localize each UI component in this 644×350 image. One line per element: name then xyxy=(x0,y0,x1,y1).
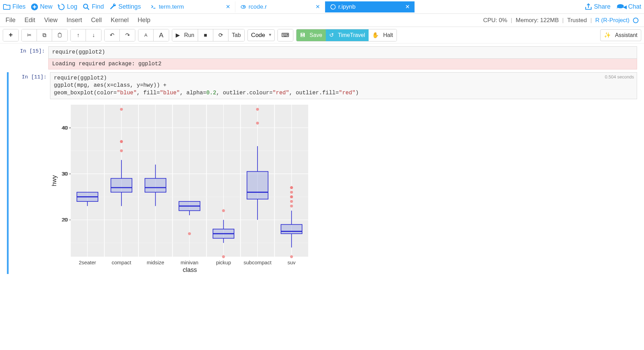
svg-point-50 xyxy=(222,209,225,212)
svg-point-35 xyxy=(120,108,123,111)
menu-cell[interactable]: Cell xyxy=(91,17,102,24)
menu-file[interactable]: File xyxy=(6,17,16,24)
log-button[interactable]: Log xyxy=(57,3,77,11)
cpu-status: CPU: 0% xyxy=(483,17,507,24)
tab-label: r.ipynb xyxy=(338,3,355,10)
tab-label: rcode.r xyxy=(248,3,267,10)
cell-type-select[interactable]: Code xyxy=(247,29,275,41)
hand-icon: ✋ xyxy=(372,32,379,38)
timetravel-button[interactable]: ↺ TimeTravel xyxy=(326,29,369,41)
settings-button[interactable]: Settings xyxy=(109,3,141,11)
notebook-icon xyxy=(330,4,336,10)
tab-term[interactable]: term.term ✕ xyxy=(146,1,235,12)
svg-text:class: class xyxy=(183,266,197,273)
tab-rcode[interactable]: R rcode.r ✕ xyxy=(235,1,325,12)
svg-text:-: - xyxy=(69,171,71,177)
code-cell[interactable]: In [15]: require(ggplot2) Loading requir… xyxy=(7,46,637,69)
play-icon: ▶ xyxy=(176,32,180,38)
trusted-status[interactable]: Trusted xyxy=(567,17,587,24)
folder-icon xyxy=(3,3,11,11)
move-up-button[interactable]: ↑ xyxy=(71,29,86,41)
menu-edit[interactable]: Edit xyxy=(25,17,35,24)
halt-label: Halt xyxy=(383,32,393,38)
topbar-left: Files New Log Find Settings xyxy=(3,3,141,11)
redo-button[interactable]: ↷ xyxy=(120,29,135,41)
svg-point-34 xyxy=(120,140,123,143)
caret-left-icon: ◂ xyxy=(623,2,627,11)
svg-text:R: R xyxy=(243,6,245,9)
svg-text:midsize: midsize xyxy=(147,259,164,265)
new-button[interactable]: New xyxy=(30,3,52,11)
save-label: Save xyxy=(310,32,322,38)
svg-point-66 xyxy=(290,191,293,194)
close-icon[interactable]: ✕ xyxy=(226,3,230,10)
svg-text:suv: suv xyxy=(287,259,296,265)
svg-text:subcompact: subcompact xyxy=(244,259,272,265)
cut-button[interactable]: ✂ xyxy=(22,29,37,41)
font-small-button[interactable]: A xyxy=(138,29,154,41)
chat-icon xyxy=(615,3,624,11)
close-icon[interactable]: ✕ xyxy=(315,3,320,10)
svg-point-56 xyxy=(256,108,259,111)
svg-text:minivan: minivan xyxy=(180,259,198,265)
toolbar: + ✂ ⧉ 📋︎ ↑ ↓ ↶ ↷ A A ▶ Run ■ ⟳ Tab Code … xyxy=(0,27,644,44)
notebook-area[interactable]: In [15]: require(ggplot2) Loading requir… xyxy=(0,44,644,284)
svg-point-65 xyxy=(290,196,293,198)
restart-button[interactable]: ⟳ xyxy=(213,29,228,41)
tab-strip: term.term ✕ R rcode.r ✕ r.ipynb ✕ xyxy=(146,1,583,12)
code-cell-selected[interactable]: In [11]: require(ggplot2) ggplot(mpg, ae… xyxy=(7,72,637,274)
menu-insert[interactable]: Insert xyxy=(67,17,82,24)
svg-text:compact: compact xyxy=(112,259,132,265)
svg-rect-30 xyxy=(111,179,132,192)
find-button[interactable]: Find xyxy=(82,3,104,11)
app-topbar: Files New Log Find Settings term.term ✕ … xyxy=(0,0,644,14)
svg-point-68 xyxy=(290,186,293,189)
svg-rect-59 xyxy=(281,225,302,234)
halt-button[interactable]: ✋ Halt xyxy=(369,29,397,41)
chat-button[interactable]: ◂ Chat xyxy=(615,2,641,11)
font-large-button[interactable]: A xyxy=(154,29,169,41)
files-label: Files xyxy=(12,3,26,10)
save-button[interactable]: 💾︎ Save xyxy=(296,29,326,41)
paste-button[interactable]: 📋︎ xyxy=(52,29,67,41)
share-label: Share xyxy=(594,3,611,10)
undo-button[interactable]: ↶ xyxy=(105,29,120,41)
files-button[interactable]: Files xyxy=(3,3,26,11)
move-down-button[interactable]: ↓ xyxy=(86,29,101,41)
code-input[interactable]: require(ggplot2) ggplot(mpg, aes(x=class… xyxy=(50,72,637,100)
tab-ripynb[interactable]: r.ipynb ✕ xyxy=(325,1,415,12)
tab-label: term.term xyxy=(159,3,184,10)
assistant-button[interactable]: ✨ Assistant xyxy=(600,29,641,41)
font-large-icon: A xyxy=(159,31,164,39)
stop-button[interactable]: ■ xyxy=(198,29,213,41)
share-button[interactable]: Share xyxy=(584,3,611,11)
insert-cell-button[interactable]: + xyxy=(3,29,18,41)
svg-point-49 xyxy=(222,255,225,258)
kernel-name[interactable]: R (R-Project) xyxy=(595,17,630,24)
timetravel-label: TimeTravel xyxy=(338,32,365,38)
kernel-indicator-icon[interactable] xyxy=(633,18,638,23)
keyboard-button[interactable]: ⌨ xyxy=(278,29,293,41)
menu-kernel[interactable]: Kernel xyxy=(111,17,129,24)
menu-help[interactable]: Help xyxy=(138,17,150,24)
svg-text:20: 20 xyxy=(61,217,67,223)
svg-text:hwy: hwy xyxy=(51,175,58,186)
run-button[interactable]: ▶ Run xyxy=(172,29,198,41)
search-icon xyxy=(82,3,90,11)
arrow-down-icon: ↓ xyxy=(92,32,95,38)
scissors-icon: ✂ xyxy=(27,32,31,38)
close-icon[interactable]: ✕ xyxy=(405,3,410,10)
svg-text:-: - xyxy=(69,217,71,223)
save-icon: 💾︎ xyxy=(300,32,305,38)
terminal-icon xyxy=(150,4,157,10)
refresh-icon: ⟳ xyxy=(218,32,223,38)
svg-text:-: - xyxy=(69,125,71,131)
code-input[interactable]: require(ggplot2) xyxy=(48,46,637,59)
tab-complete-button[interactable]: Tab xyxy=(228,29,244,41)
copy-button[interactable]: ⧉ xyxy=(37,29,52,41)
menu-view[interactable]: View xyxy=(44,17,58,24)
settings-label: Settings xyxy=(118,3,141,10)
cell-prompt: In [11]: xyxy=(9,72,50,274)
new-label: New xyxy=(40,3,52,10)
find-label: Find xyxy=(92,3,104,10)
